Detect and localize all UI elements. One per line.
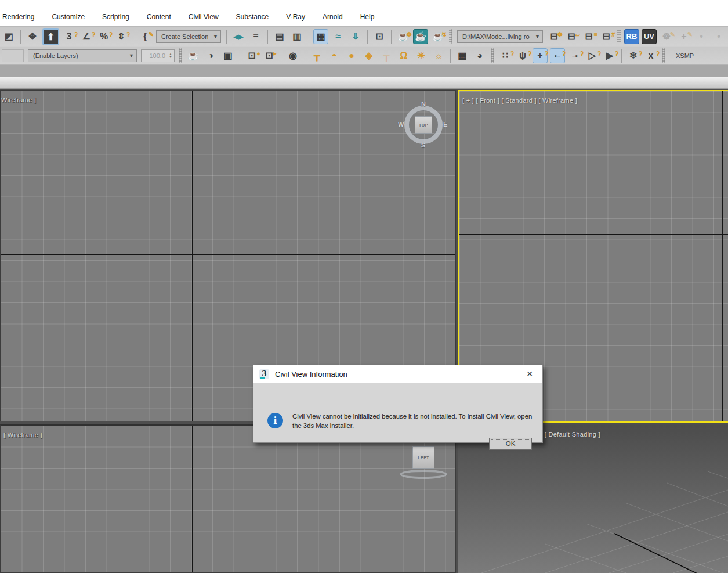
menu-help[interactable]: Help <box>352 11 383 23</box>
scene-explorer-icon[interactable]: ▥ <box>289 29 305 44</box>
vray-render-teapot-icon[interactable]: ☕ <box>186 48 201 63</box>
snap-perpendicular-icon[interactable]: ▷ʔ <box>585 48 600 63</box>
select-region-icon[interactable]: ◩ <box>1 29 16 44</box>
asset-list-icon[interactable]: ⊟≡ <box>581 29 596 44</box>
add-brush-icon: +✎ <box>676 29 691 44</box>
viewport-label[interactable]: ] [ Default Shading ] <box>541 431 600 438</box>
spinner-arrows-icon[interactable]: ▲ ▼ <box>167 53 174 59</box>
layer-opacity-spinner[interactable]: 100.0▲ ▼ <box>141 49 175 62</box>
dialog-titlebar[interactable]: 3 Civil View Information ✕ <box>253 365 542 383</box>
percent-snap-icon[interactable]: %ʔ <box>96 29 111 44</box>
select-and-place-icon[interactable]: ⬆ <box>42 28 59 45</box>
asset-folder-icon[interactable]: ⊟▱ <box>564 29 579 44</box>
vfb-camera-icon[interactable]: ⊡► <box>262 48 277 63</box>
vray-sphere-light-icon[interactable]: ● <box>344 48 359 63</box>
viewport-label[interactable]: Wireframe ] <box>1 96 36 103</box>
snap-vertex-icon[interactable]: ψʔ <box>515 48 530 63</box>
info-icon: i <box>267 413 283 428</box>
close-icon[interactable]: ✕ <box>523 368 537 380</box>
viewcube-face-top[interactable]: TOP <box>415 116 432 134</box>
angle-snap-icon[interactable]: ∠ʔ <box>79 29 94 44</box>
viewport-area: Wireframe ] N S W E TOP [ + ] [ Front ] … <box>0 89 728 573</box>
movie-camera-icon[interactable]: ◉ <box>285 48 300 63</box>
vray-sphere-icon[interactable]: ◑ <box>203 48 218 63</box>
layers-dropdown[interactable]: (Enable Layers)▼ <box>28 49 137 62</box>
compass-south[interactable]: S <box>421 142 425 149</box>
chevron-down-icon[interactable]: ▼ <box>208 34 218 39</box>
menu-v-ray[interactable]: V-Ray <box>277 11 314 23</box>
viewcube[interactable]: N S W E TOP <box>403 104 444 145</box>
render-setup-window-icon[interactable]: ⊡ <box>372 29 387 44</box>
dot-icon: • <box>711 29 726 44</box>
toggle-scene-explorer-icon[interactable]: ▦ <box>313 29 328 44</box>
chevron-down-icon[interactable]: ▼ <box>124 53 134 59</box>
grid-axis <box>722 91 723 421</box>
menu-civil-view[interactable]: Civil View <box>180 11 227 23</box>
layers-dropdown-value: (Enable Layers) <box>33 52 124 59</box>
menu-content[interactable]: Content <box>138 11 180 23</box>
viewcube[interactable]: LEFT <box>400 446 447 484</box>
snap-frozen-icon[interactable]: ❄ʔ <box>626 48 641 63</box>
snap-midpoint-icon[interactable]: –▪ʔ <box>567 48 582 63</box>
snap-face-icon[interactable]: ▶ʔ <box>602 48 617 63</box>
project-folder-dropdown[interactable]: D:\MAX\Mode...living roon▼ <box>457 30 543 43</box>
menu-arnold[interactable]: Arnold <box>314 11 352 23</box>
render-setup-teapot-icon[interactable]: ☕☸ <box>396 29 411 44</box>
viewport-left-wireframe[interactable]: [ Wireframe ] LEFT <box>0 424 456 573</box>
rendered-frame-window-icon[interactable]: ☕ <box>413 29 428 44</box>
vray-disc-light-icon[interactable]: ┬ <box>379 48 394 63</box>
snap-toggle-3d-icon[interactable]: 3ʔ <box>61 29 77 44</box>
dope-sheet-icon[interactable]: ⇩ <box>348 29 363 44</box>
menu-rendering[interactable]: Rendering <box>0 11 43 23</box>
spinner-snap-icon[interactable]: ⇕ʔ <box>114 29 129 44</box>
layer-opacity-spinner-value[interactable]: 100.0 <box>142 52 167 59</box>
snap-point-icon[interactable]: +ʔ <box>533 48 548 63</box>
layer-explorer-icon[interactable]: ▤ <box>272 29 287 44</box>
vfb-lightbulb-icon[interactable]: ⊡● <box>244 48 259 63</box>
3dsmax-logo-icon: 3 <box>259 369 269 379</box>
mirror-icon[interactable]: ◀▶ <box>231 29 246 44</box>
vray-sky-icon[interactable]: ☼ <box>431 48 446 63</box>
align-icon[interactable]: ≡ <box>248 29 263 44</box>
asset-node-icon[interactable]: ⊟# <box>599 29 614 44</box>
menu-customize[interactable]: Customize <box>43 11 93 23</box>
select-and-move-icon[interactable]: ✥ <box>25 29 40 44</box>
render-production-icon[interactable]: ☕↯ <box>430 29 446 44</box>
vray-box-icon[interactable]: ▣ <box>220 48 236 63</box>
vray-ies-light-icon[interactable]: Ω <box>396 48 411 63</box>
compass-west[interactable]: W <box>398 121 404 128</box>
toolbar-separator <box>309 30 309 44</box>
viewport-label[interactable]: [ Wireframe ] <box>3 431 42 438</box>
compass-north[interactable]: N <box>421 100 426 107</box>
vray-sun-icon[interactable]: ☀ <box>414 48 429 63</box>
vray-plane-light-icon[interactable]: ┳ <box>309 48 324 63</box>
dialog-title: Civil View Information <box>275 370 347 379</box>
uv-icon[interactable]: UV <box>642 29 657 44</box>
toolbar-separator <box>391 30 392 44</box>
menu-bar: RenderingCustomizeScriptingContentCivil … <box>0 0 728 27</box>
dialog-body: i Civil View cannot be initialized becau… <box>253 383 542 444</box>
compass-east[interactable]: E <box>443 121 447 128</box>
toolbar-separator <box>133 30 133 44</box>
viewcube-compass-ring[interactable] <box>400 470 447 479</box>
ok-button[interactable]: OK <box>489 438 532 450</box>
menu-substance[interactable]: Substance <box>227 11 278 23</box>
selection-set-dropdown[interactable]: Create Selection Se▼ <box>156 30 221 43</box>
environment-cube-icon[interactable]: ▦ <box>455 48 470 63</box>
viewport-label[interactable]: [ + ] [ Front ] [ Standard ] [ Wireframe… <box>462 97 577 104</box>
asset-gear-icon[interactable]: ⊟☸ <box>546 29 562 44</box>
viewcube-face-left[interactable]: LEFT <box>412 446 434 469</box>
grid-axis <box>192 426 193 572</box>
menu-scripting[interactable]: Scripting <box>93 11 138 23</box>
curve-editor-icon[interactable]: ≈ <box>331 29 346 44</box>
sphere-gradient-icon[interactable]: ◕ <box>472 48 487 63</box>
chevron-down-icon[interactable]: ▼ <box>530 34 540 39</box>
vray-mesh-light-icon[interactable]: ◈ <box>361 48 376 63</box>
named-selection-sets-icon[interactable]: {✎ <box>137 29 153 44</box>
vray-dome-light-icon[interactable]: ◓ <box>327 48 342 63</box>
snap-grid-icon[interactable]: ∷ʔ <box>498 48 513 63</box>
toolbar-separator <box>621 49 622 63</box>
rb-icon[interactable]: RB <box>624 29 639 44</box>
snap-off-icon[interactable]: xʔ <box>643 48 658 63</box>
snap-segment-icon[interactable]: ▪–ʔ <box>550 48 565 63</box>
